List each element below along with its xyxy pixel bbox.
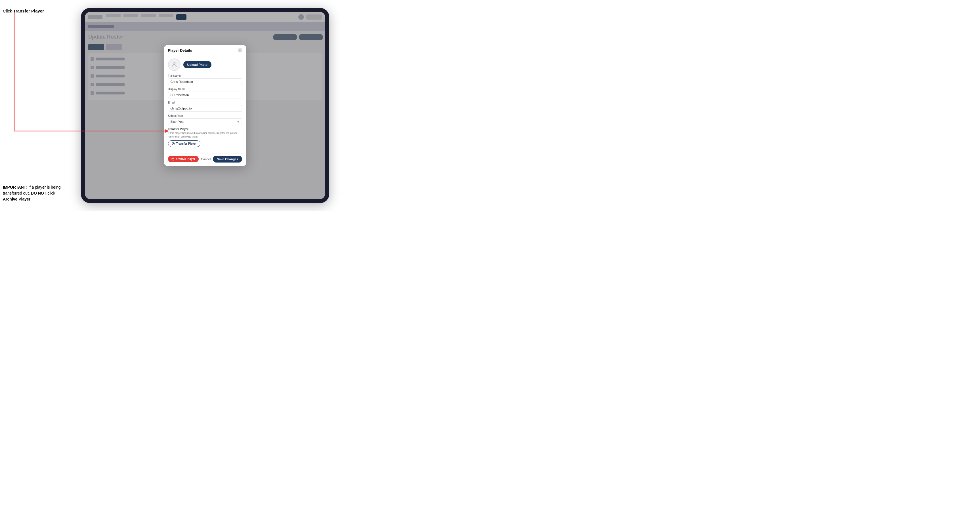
svg-rect-5 bbox=[172, 158, 174, 160]
archive-icon bbox=[172, 158, 174, 160]
photo-placeholder bbox=[168, 59, 180, 71]
user-icon bbox=[171, 62, 177, 68]
display-name-field: Display Name bbox=[168, 88, 242, 98]
save-changes-button[interactable]: Save Changes bbox=[213, 156, 242, 162]
archive-player-button[interactable]: Archive Player bbox=[168, 156, 199, 162]
archive-ref: Archive Player bbox=[3, 197, 30, 202]
full-name-label: Full Name bbox=[168, 74, 242, 78]
email-field: Email bbox=[168, 101, 242, 112]
upload-photo-button[interactable]: Upload Photo bbox=[183, 61, 212, 68]
modal-overlay: Player Details × bbox=[85, 12, 325, 199]
email-label: Email bbox=[168, 101, 242, 104]
transfer-icon bbox=[172, 142, 175, 145]
school-year-label: School Year bbox=[168, 114, 242, 117]
school-year-field: School Year First Year Second Year Third… bbox=[168, 114, 242, 125]
transfer-player-button[interactable]: Transfer Player bbox=[168, 140, 200, 147]
important-instruction: IMPORTANT: If a player is being transfer… bbox=[3, 184, 65, 202]
important-label: IMPORTANT bbox=[3, 185, 26, 189]
player-details-modal: Player Details × bbox=[164, 45, 247, 166]
click-instruction: Click Transfer Player bbox=[3, 8, 71, 13]
transfer-description: If this player has moved to another scho… bbox=[168, 131, 242, 138]
display-name-label: Display Name bbox=[168, 88, 242, 91]
modal-header: Player Details × bbox=[164, 45, 247, 55]
display-name-input[interactable] bbox=[168, 92, 242, 98]
transfer-button-label: Transfer Player bbox=[176, 142, 197, 145]
svg-point-3 bbox=[173, 63, 175, 65]
full-name-input[interactable] bbox=[168, 78, 242, 85]
tablet-device: Update Roster bbox=[81, 8, 329, 203]
close-icon: × bbox=[239, 49, 241, 52]
transfer-player-section: Transfer Player If this player has moved… bbox=[168, 128, 242, 147]
modal-body: Upload Photo Full Name Display Name bbox=[164, 55, 247, 153]
school-year-select[interactable]: First Year Second Year Third Year Fourth… bbox=[168, 118, 242, 125]
photo-upload-row: Upload Photo bbox=[168, 59, 242, 71]
modal-title: Player Details bbox=[168, 48, 192, 52]
tablet-screen: Update Roster bbox=[85, 12, 325, 199]
cancel-button[interactable]: Cancel bbox=[199, 156, 213, 162]
full-name-field: Full Name bbox=[168, 74, 242, 85]
modal-footer: Archive Player Cancel Save Changes bbox=[164, 153, 247, 166]
do-not-label: DO NOT bbox=[31, 191, 46, 195]
archive-button-label: Archive Player bbox=[176, 157, 196, 160]
transfer-section-label: Transfer Player bbox=[168, 128, 242, 131]
close-button[interactable]: × bbox=[238, 48, 242, 52]
click-instruction-bold: Transfer Player bbox=[13, 8, 44, 13]
email-input[interactable] bbox=[168, 105, 242, 112]
do-not-suffix: click bbox=[46, 191, 55, 195]
instructions-area: Click Transfer Player bbox=[3, 8, 71, 18]
